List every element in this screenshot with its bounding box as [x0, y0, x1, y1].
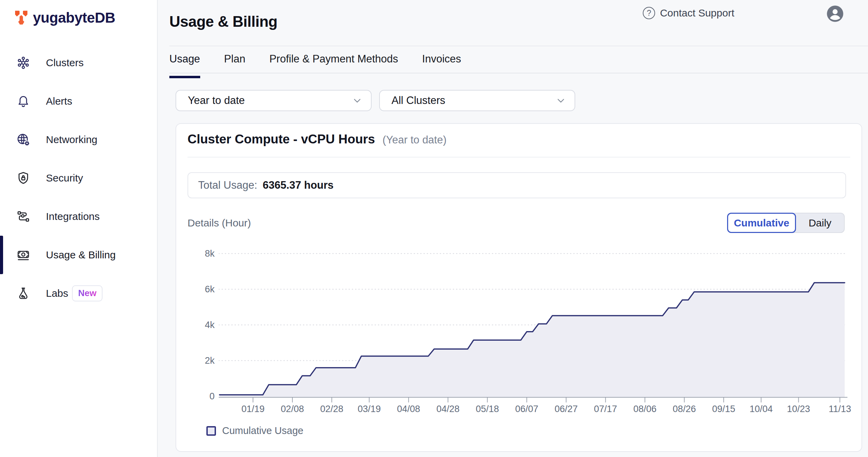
clusters-icon	[16, 55, 31, 70]
tab-bar: Usage Plan Profile & Payment Methods Inv…	[169, 48, 485, 78]
globe-gear-icon	[16, 132, 31, 147]
sidebar-item-label: Alerts	[46, 95, 72, 107]
card-title: Cluster Compute - vCPU Hours	[188, 132, 375, 147]
daily-toggle-button[interactable]: Daily	[796, 213, 844, 233]
flask-icon	[16, 286, 31, 301]
legend-checkbox[interactable]	[206, 426, 216, 436]
cluster-select-value: All Clusters	[391, 94, 445, 107]
legend-label: Cumulative Usage	[222, 425, 303, 436]
active-indicator	[0, 236, 3, 274]
sidebar-item-label: Networking	[46, 134, 97, 145]
x-axis-tick-label: 11/13	[816, 403, 864, 414]
sidebar-item-label: Integrations	[46, 211, 100, 222]
new-badge: New	[72, 285, 103, 302]
page-title: Usage & Billing	[169, 13, 277, 30]
sidebar-item-label: Labs	[46, 288, 68, 299]
period-select[interactable]: Year to date	[176, 90, 372, 111]
sidebar-item-label: Usage & Billing	[46, 249, 116, 261]
logo-text: yugabyteDB	[33, 10, 115, 26]
tab-invoices[interactable]: Invoices	[422, 48, 461, 78]
contact-support-button[interactable]: ? Contact Support	[643, 7, 734, 19]
help-icon: ?	[643, 7, 655, 19]
y-axis-tick-label: 4k	[184, 319, 215, 330]
header-divider	[169, 46, 868, 46]
y-axis-tick-label: 8k	[184, 248, 215, 259]
sidebar-item-security[interactable]: Security	[0, 159, 157, 197]
sidebar-item-label: Security	[46, 172, 83, 184]
chevron-down-icon	[352, 96, 362, 105]
cluster-select[interactable]: All Clusters	[379, 90, 575, 111]
contact-support-label: Contact Support	[660, 7, 734, 19]
sidebar-item-label: Clusters	[46, 57, 84, 69]
y-axis-tick-label: 2k	[184, 355, 215, 366]
app-root: yugabyteDB Clusters	[0, 0, 868, 457]
bell-icon	[16, 94, 31, 109]
details-label: Details (Hour)	[188, 217, 251, 229]
tab-plan[interactable]: Plan	[224, 48, 245, 78]
sidebar-item-clusters[interactable]: Clusters	[0, 44, 157, 82]
main-area: Usage & Billing ? Contact Support Usage …	[158, 0, 868, 457]
billing-icon	[16, 247, 31, 262]
sidebar: yugabyteDB Clusters	[0, 0, 158, 457]
period-select-value: Year to date	[188, 94, 245, 107]
integrations-icon	[16, 209, 31, 224]
sidebar-item-usage-billing[interactable]: Usage & Billing	[0, 236, 157, 274]
chevron-down-icon	[556, 96, 566, 105]
user-avatar[interactable]	[826, 5, 844, 23]
tabs-divider	[169, 73, 868, 73]
usage-card: Cluster Compute - vCPU Hours (Year to da…	[176, 123, 862, 452]
y-axis-tick-label: 6k	[184, 284, 215, 295]
total-usage-value: 6365.37 hours	[263, 179, 334, 191]
tab-profile-payment-methods[interactable]: Profile & Payment Methods	[269, 48, 398, 78]
total-usage-box: Total Usage: 6365.37 hours	[188, 172, 846, 198]
avatar-icon	[826, 5, 844, 23]
x-axis-tick-label: 10/23	[774, 403, 822, 414]
card-subtitle: (Year to date)	[383, 134, 447, 146]
sidebar-item-networking[interactable]: Networking	[0, 120, 157, 159]
shield-lock-icon	[16, 171, 31, 186]
y-axis-tick-label: 0	[184, 391, 215, 402]
sidebar-item-alerts[interactable]: Alerts	[0, 82, 157, 120]
tab-usage[interactable]: Usage	[169, 48, 200, 78]
chart-legend: Cumulative Usage	[206, 425, 303, 436]
cumulative-toggle-button[interactable]: Cumulative	[727, 213, 796, 233]
logo[interactable]: yugabyteDB	[14, 10, 115, 26]
sidebar-item-integrations[interactable]: Integrations	[0, 197, 157, 236]
view-toggle: Cumulative Daily	[727, 213, 845, 233]
cumulative-usage-chart	[219, 241, 847, 406]
card-divider	[188, 157, 850, 157]
sidebar-item-labs[interactable]: Labs New	[0, 274, 157, 313]
total-usage-label: Total Usage:	[198, 179, 257, 191]
yugabyte-logo-icon	[14, 10, 29, 26]
